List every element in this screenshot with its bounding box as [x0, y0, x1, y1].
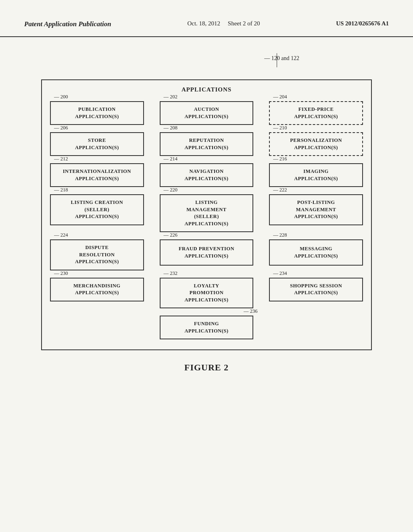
box-236-wrapper: — 236 FUNDINGAPPLICATION(S)	[160, 316, 254, 339]
ref-202: — 202	[164, 94, 177, 100]
box-210-wrapper: — 210 PERSONALIZATIONAPPLICATION(S)	[269, 132, 363, 156]
ref-224: — 224	[54, 232, 68, 238]
grid-row-6: — 230 MERCHANDISINGAPPLICATION(S) — 232 …	[50, 278, 363, 309]
box-208: REPUTATIONAPPLICATION(S)	[160, 132, 254, 156]
box-230: MERCHANDISINGAPPLICATION(S)	[50, 278, 144, 301]
figure-label: FIGURE 2	[184, 362, 229, 373]
box-204: FIXED-PRICEAPPLICATION(S)	[269, 101, 363, 125]
box-216-wrapper: — 216 IMAGINGAPPLICATION(S)	[269, 163, 363, 187]
box-226-wrapper: — 226 FRAUD PREVENTIONAPPLICATION(S)	[160, 239, 254, 270]
box-218: LISTING CREATION(SELLER)APPLICATION(S)	[50, 194, 144, 225]
box-234-wrapper: — 234 SHOPPING SESSIONAPPLICATION(S)	[269, 278, 363, 309]
grid-row-5: — 224 DISPUTERESOLUTIONAPPLICATION(S) — …	[50, 239, 363, 270]
box-236: FUNDINGAPPLICATION(S)	[160, 316, 254, 339]
box-222: POST-LISTINGMANAGEMENTAPPLICATION(S)	[269, 194, 363, 225]
ref-228: — 228	[273, 232, 287, 238]
box-218-wrapper: — 218 LISTING CREATION(SELLER)APPLICATIO…	[50, 194, 144, 232]
box-232-wrapper: — 232 LOYALTYPROMOTIONAPPLICATION(S)	[160, 278, 254, 309]
top-ref-label: — 120 and 122	[264, 55, 299, 62]
ref-214: — 214	[164, 156, 177, 162]
header-sheet: Sheet 2 of 20	[228, 20, 260, 27]
header-center: Oct. 18, 2012 Sheet 2 of 20	[187, 20, 260, 27]
ref-200: — 200	[54, 94, 68, 100]
grid-row-1: — 200 PUBLICATIONAPPLICATION(S) — 202 AU…	[50, 101, 363, 125]
ref-230: — 230	[54, 270, 68, 276]
box-206-wrapper: — 206 STOREAPPLICATION(S)	[50, 132, 144, 156]
box-210: PERSONALIZATIONAPPLICATION(S)	[269, 132, 363, 156]
ref-212: — 212	[54, 156, 68, 162]
box-214: NAVIGATIONAPPLICATION(S)	[160, 163, 254, 187]
box-200-wrapper: — 200 PUBLICATIONAPPLICATION(S)	[50, 101, 144, 125]
ref-232: — 232	[164, 270, 177, 276]
box-212-wrapper: — 212 INTERNATIONALIZATIONAPPLICATION(S)	[50, 163, 144, 187]
grid-row-4: — 218 LISTING CREATION(SELLER)APPLICATIO…	[50, 194, 363, 232]
box-216: IMAGINGAPPLICATION(S)	[269, 163, 363, 187]
ref-206: — 206	[54, 125, 68, 131]
grid-row-2: — 206 STOREAPPLICATION(S) — 208 REPUTATI…	[50, 132, 363, 156]
ref-236: — 236	[244, 308, 257, 314]
box-228: MESSAGINGAPPLICATION(S)	[269, 239, 363, 266]
ref-220: — 220	[164, 187, 177, 193]
box-220: LISTINGMANAGEMENT(SELLER)APPLICATION(S)	[160, 194, 254, 232]
diagram-area: — 120 and 122 APPLICATIONS — 200 PUBLICA…	[0, 37, 413, 381]
page-header: Patent Application Publication Oct. 18, …	[0, 0, 413, 37]
header-date: Oct. 18, 2012	[187, 20, 220, 27]
box-232: LOYALTYPROMOTIONAPPLICATION(S)	[160, 278, 254, 309]
header-right: US 2012/0265676 A1	[336, 20, 389, 27]
ref-222: — 222	[273, 187, 287, 193]
ref-204: — 204	[273, 94, 287, 100]
connector-line	[277, 53, 277, 67]
box-234: SHOPPING SESSIONAPPLICATION(S)	[269, 278, 363, 301]
box-206: STOREAPPLICATION(S)	[50, 132, 144, 156]
box-200: PUBLICATIONAPPLICATION(S)	[50, 101, 144, 125]
box-208-wrapper: — 208 REPUTATIONAPPLICATION(S)	[160, 132, 254, 156]
ref-216: — 216	[273, 156, 287, 162]
box-214-wrapper: — 214 NAVIGATIONAPPLICATION(S)	[160, 163, 254, 187]
top-label-connector: — 120 and 122	[41, 53, 372, 67]
box-226: FRAUD PREVENTIONAPPLICATION(S)	[160, 239, 254, 266]
ref-226: — 226	[164, 232, 177, 238]
bottom-row: — 236 FUNDINGAPPLICATION(S)	[50, 316, 363, 339]
box-222-wrapper: — 222 POST-LISTINGMANAGEMENTAPPLICATION(…	[269, 194, 363, 232]
outer-applications-box: APPLICATIONS — 200 PUBLICATIONAPPLICATIO…	[41, 79, 372, 350]
box-204-wrapper: — 204 FIXED-PRICEAPPLICATION(S)	[269, 101, 363, 125]
page: Patent Application Publication Oct. 18, …	[0, 0, 413, 532]
ref-210: — 210	[273, 125, 287, 131]
outer-box-title: APPLICATIONS	[50, 86, 363, 93]
grid-row-3: — 212 INTERNATIONALIZATIONAPPLICATION(S)…	[50, 163, 363, 187]
box-228-wrapper: — 228 MESSAGINGAPPLICATION(S)	[269, 239, 363, 270]
header-left: Patent Application Publication	[24, 20, 111, 28]
box-212: INTERNATIONALIZATIONAPPLICATION(S)	[50, 163, 144, 187]
box-230-wrapper: — 230 MERCHANDISINGAPPLICATION(S)	[50, 278, 144, 309]
box-220-wrapper: — 220 LISTINGMANAGEMENT(SELLER)APPLICATI…	[160, 194, 254, 232]
ref-218: — 218	[54, 187, 68, 193]
box-202-wrapper: — 202 AUCTIONAPPLICATION(S)	[160, 101, 254, 125]
box-202: AUCTIONAPPLICATION(S)	[160, 101, 254, 125]
box-224: DISPUTERESOLUTIONAPPLICATION(S)	[50, 239, 144, 270]
ref-208: — 208	[164, 125, 177, 131]
ref-234: — 234	[273, 270, 287, 276]
box-224-wrapper: — 224 DISPUTERESOLUTIONAPPLICATION(S)	[50, 239, 144, 270]
